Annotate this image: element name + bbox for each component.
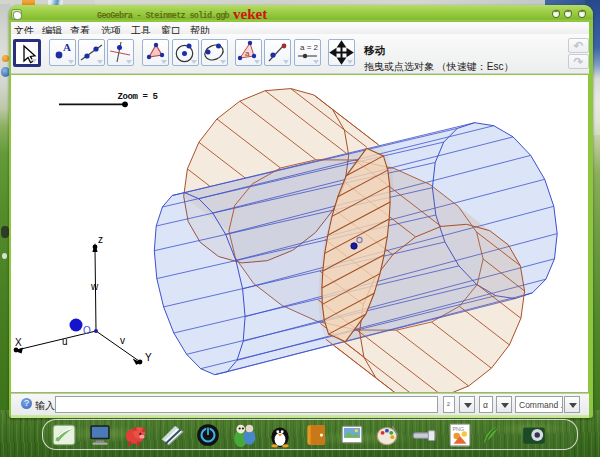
svg-text:v: v [120, 335, 125, 346]
svg-text:u: u [62, 336, 68, 347]
svg-text:A: A [63, 41, 71, 53]
svg-text:Zoom = 5: Zoom = 5 [118, 92, 158, 102]
svg-text:PNG: PNG [452, 426, 464, 432]
svg-text:Y: Y [145, 352, 152, 363]
svg-text:z: z [98, 234, 103, 245]
svg-text:O: O [83, 325, 91, 336]
svg-text:X: X [15, 337, 22, 348]
svg-text:w: w [90, 281, 99, 292]
svg-text:a = 2: a = 2 [300, 43, 319, 52]
svg-text:a: a [245, 49, 250, 58]
